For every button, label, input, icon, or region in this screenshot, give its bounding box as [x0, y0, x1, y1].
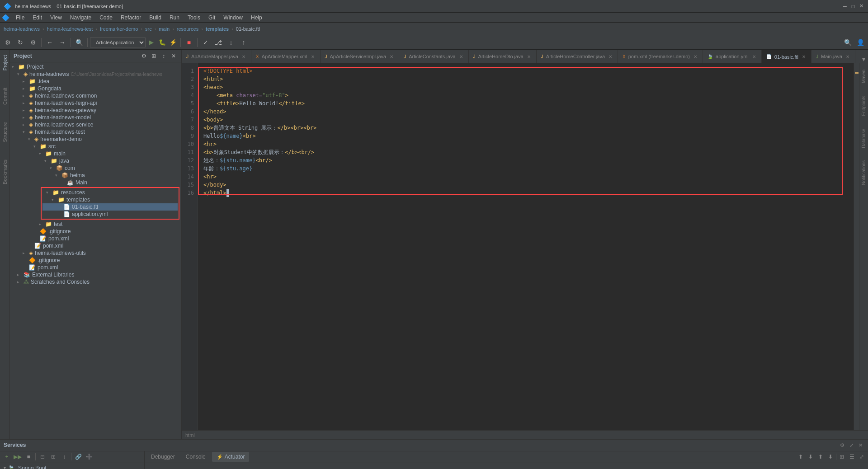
maximize-button[interactable]: □ [850, 3, 856, 9]
menu-view[interactable]: View [47, 13, 66, 23]
nav-freemarker-demo[interactable]: freemarker-demo [100, 26, 138, 32]
code-editor[interactable]: <!DOCTYPE html> <html> <head> <meta char… [198, 63, 854, 430]
project-layout-button[interactable]: ⊞ [150, 52, 158, 60]
tab-close-button[interactable]: ✕ [693, 54, 698, 60]
toolbar-search[interactable]: 🔍 [842, 37, 854, 48]
tab-close-button[interactable]: ✕ [389, 54, 394, 60]
toolbar-git-status[interactable]: ✓ [200, 37, 212, 48]
project-hide-button[interactable]: ✕ [170, 52, 178, 60]
nav-heima-leadnews[interactable]: heima-leadnews [4, 26, 40, 32]
tab-close-button[interactable]: ✕ [845, 54, 850, 60]
tabs-more-button[interactable]: ▾ [859, 56, 868, 63]
tree-templates[interactable]: ▾ 📁 templates [42, 196, 178, 203]
database-label[interactable]: Database [860, 127, 867, 150]
tree-gongdata[interactable]: ▸ 📁 Gongdata [10, 85, 181, 92]
toolbar-forward[interactable]: → [57, 37, 68, 48]
services-new-button[interactable]: ➕ [84, 452, 94, 462]
tree-pom-test[interactable]: ▸ 📝 pom.xml [10, 242, 181, 249]
toolbar-search-everywhere[interactable]: 🔍 [73, 37, 85, 48]
tab-close-button[interactable]: ✕ [241, 54, 246, 60]
tab-ap-article-service-impl[interactable]: J ApArticleServiceImpl.java ✕ [321, 50, 400, 63]
nav-templates[interactable]: templates [206, 26, 229, 32]
tree-heima-pkg[interactable]: ▾ 📦 heima [10, 172, 181, 179]
menu-edit[interactable]: Edit [29, 13, 46, 23]
tab-action-grid[interactable]: ⊞ [837, 452, 846, 461]
tree-service[interactable]: ▸ ◈ heima-leadnews-service [10, 121, 181, 128]
tree-project-root[interactable]: ▾ 📁 Project [10, 63, 181, 70]
tab-action-4[interactable]: ⬇ [826, 452, 835, 461]
tree-gateway[interactable]: ▸ ◈ heima-leadnews-gateway [10, 107, 181, 114]
tree-external-libraries[interactable]: ▸ 📚 External Libraries [10, 271, 181, 278]
tab-article-constants[interactable]: J ArticleConstants.java ✕ [399, 50, 468, 63]
tab-action-expand[interactable]: ⤢ [857, 452, 866, 461]
run-configuration-select[interactable]: ArticleApplication [90, 38, 146, 47]
menu-run[interactable]: Run [166, 13, 183, 23]
tab-action-2[interactable]: ⬇ [806, 452, 815, 461]
services-add-button[interactable]: + [2, 452, 12, 462]
tree-idea[interactable]: ▸ 📁 .idea [10, 78, 181, 85]
services-filter-button[interactable]: ⊞ [48, 452, 58, 462]
tree-application-yml[interactable]: ▸ 📄 application.yml [42, 211, 178, 218]
tab-action-1[interactable]: ⬆ [796, 452, 805, 461]
tree-model[interactable]: ▸ ◈ heima-leadnews-model [10, 114, 181, 121]
toolbar-stop[interactable]: ■ [183, 37, 195, 48]
tree-common[interactable]: ▸ ◈ heima-leadnews-common [10, 92, 181, 99]
menu-tools[interactable]: Tools [184, 13, 204, 23]
tree-resources[interactable]: ▾ 📁 resources [42, 189, 178, 196]
services-tab-console[interactable]: Console [181, 452, 210, 462]
run-button[interactable]: ▶ [146, 38, 156, 47]
tab-article-home-controller[interactable]: J ArticleHomeController.java ✕ [537, 50, 618, 63]
menu-code[interactable]: Code [96, 13, 116, 23]
tab-ap-article-mapper-java[interactable]: J ApArticleMapper.java ✕ [182, 50, 251, 63]
services-stop-all-button[interactable]: ■ [24, 452, 33, 462]
nav-heima-leadnews-test[interactable]: heima-leadnews-test [47, 26, 93, 32]
toolbar-git-branch[interactable]: ⎇ [212, 37, 224, 48]
services-collapse-button[interactable]: ⊟ [38, 452, 47, 462]
tree-pom-fm[interactable]: ▸ 📝 pom.xml [10, 235, 181, 242]
services-tab-debugger[interactable]: Debugger [146, 452, 179, 462]
nav-01-basic-ftl[interactable]: 01-basic.ftl [236, 26, 260, 32]
tab-close-button[interactable]: ✕ [526, 54, 532, 60]
tree-java[interactable]: ▾ 📁 java [10, 157, 181, 164]
services-tab-actuator[interactable]: ⚡ Actuator [212, 452, 250, 462]
tree-main-java[interactable]: ▸ ☕ Main [10, 179, 181, 186]
project-sort-button[interactable]: ↕ [160, 52, 168, 60]
tab-action-list[interactable]: ☰ [847, 452, 856, 461]
tree-src[interactable]: ▾ 📁 src [10, 143, 181, 150]
tree-heima-leadnews[interactable]: ▾ ◈ heima-leadnews C:\Users\Jason\IdeaPr… [10, 70, 181, 78]
tab-action-3[interactable]: ⬆ [816, 452, 825, 461]
services-hide-button[interactable]: ✕ [856, 441, 864, 449]
debug-button[interactable]: 🐛 [157, 38, 167, 47]
menu-file[interactable]: File [12, 13, 28, 23]
toolbar-sync[interactable]: ↻ [14, 37, 26, 48]
nav-main[interactable]: main [159, 26, 170, 32]
tab-application-yml[interactable]: 🍃 application.yml ✕ [703, 50, 762, 63]
tab-close-button[interactable]: ✕ [608, 54, 613, 60]
coverage-button[interactable]: ⚡ [168, 38, 178, 47]
menu-window[interactable]: Window [220, 13, 246, 23]
minimize-button[interactable]: ─ [842, 3, 848, 9]
toolbar-git-push[interactable]: ↑ [238, 37, 250, 48]
toolbar-git-fetch[interactable]: ↓ [225, 37, 237, 48]
tree-gitignore-fm[interactable]: ▸ 🔶 .gitignore [10, 228, 181, 235]
nav-resources[interactable]: resources [177, 26, 198, 32]
close-button[interactable]: ✕ [858, 3, 864, 9]
tab-close-button[interactable]: ✕ [751, 54, 757, 60]
tab-article-home-dto[interactable]: J ArticleHomeDto.java ✕ [469, 50, 537, 63]
left-panel-commit-label[interactable]: Commit [1, 86, 9, 107]
tree-scratches[interactable]: ▸ ⁂ Scratches and Consoles [10, 278, 181, 286]
tree-freemarker-demo[interactable]: ▾ ◈ freemarker-demo [10, 136, 181, 143]
menu-build[interactable]: Build [146, 13, 165, 23]
spring-boot-item[interactable]: ▾ 🍃 Spring Boot [0, 463, 144, 469]
menu-git[interactable]: Git [205, 13, 219, 23]
tab-01-basic-ftl[interactable]: 📄 01-basic.ftl ✕ [762, 50, 811, 63]
left-panel-bookmarks-label[interactable]: Bookmarks [1, 158, 9, 186]
nav-src[interactable]: src [145, 26, 152, 32]
tab-close-button[interactable]: ✕ [310, 54, 316, 60]
services-sort-button[interactable]: ↕ [59, 452, 69, 462]
tab-pom-freemarker[interactable]: X pom.xml (freemarker-demo) ✕ [618, 50, 703, 63]
tab-close-button[interactable]: ✕ [458, 54, 464, 60]
tree-utils[interactable]: ▸ ◈ heima-leadnews-utils [10, 249, 181, 257]
services-run-all-button[interactable]: ▶▶ [13, 452, 23, 462]
services-settings-button[interactable]: ⚙ [838, 441, 846, 449]
